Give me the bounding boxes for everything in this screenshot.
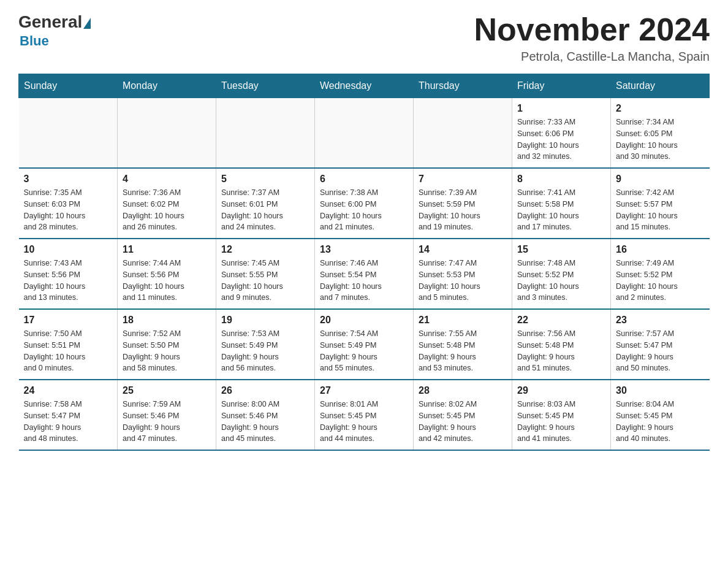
calendar-week-row: 3Sunrise: 7:35 AMSunset: 6:03 PMDaylight… [19,168,710,239]
day-info: Sunrise: 8:04 AMSunset: 5:45 PMDaylight:… [616,399,705,445]
day-number: 12 [221,244,309,255]
day-info: Sunrise: 7:56 AMSunset: 5:48 PMDaylight:… [517,328,605,374]
day-info: Sunrise: 7:33 AMSunset: 6:06 PMDaylight:… [517,117,605,163]
logo-triangle-icon [83,18,91,29]
day-number: 27 [320,385,408,396]
day-number: 6 [320,174,408,185]
day-info: Sunrise: 7:58 AMSunset: 5:47 PMDaylight:… [24,399,113,445]
calendar-cell: 13Sunrise: 7:46 AMSunset: 5:54 PMDayligh… [315,239,414,309]
day-of-week-header: Friday [512,74,611,98]
day-number: 2 [616,103,705,114]
calendar-cell: 9Sunrise: 7:42 AMSunset: 5:57 PMDaylight… [611,168,710,239]
day-info: Sunrise: 7:50 AMSunset: 5:51 PMDaylight:… [24,328,113,374]
day-number: 30 [616,385,705,396]
calendar-cell: 8Sunrise: 7:41 AMSunset: 5:58 PMDaylight… [512,168,611,239]
day-number: 16 [616,244,705,255]
day-info: Sunrise: 7:59 AMSunset: 5:46 PMDaylight:… [123,399,211,445]
day-number: 22 [517,315,605,326]
calendar-cell: 26Sunrise: 8:00 AMSunset: 5:46 PMDayligh… [216,380,315,450]
day-info: Sunrise: 8:00 AMSunset: 5:46 PMDaylight:… [221,399,309,445]
calendar-cell: 27Sunrise: 8:01 AMSunset: 5:45 PMDayligh… [315,380,414,450]
day-number: 5 [221,174,309,185]
day-info: Sunrise: 8:03 AMSunset: 5:45 PMDaylight:… [517,399,605,445]
day-info: Sunrise: 7:41 AMSunset: 5:58 PMDaylight:… [517,187,605,233]
calendar-cell: 30Sunrise: 8:04 AMSunset: 5:45 PMDayligh… [611,380,710,450]
day-info: Sunrise: 7:52 AMSunset: 5:50 PMDaylight:… [123,328,211,374]
day-info: Sunrise: 7:49 AMSunset: 5:52 PMDaylight:… [616,258,705,304]
calendar-cell: 15Sunrise: 7:48 AMSunset: 5:52 PMDayligh… [512,239,611,309]
day-number: 3 [24,174,113,185]
calendar-cell: 22Sunrise: 7:56 AMSunset: 5:48 PMDayligh… [512,309,611,380]
day-info: Sunrise: 8:02 AMSunset: 5:45 PMDaylight:… [419,399,507,445]
calendar-cell: 16Sunrise: 7:49 AMSunset: 5:52 PMDayligh… [611,239,710,309]
day-of-week-header: Thursday [414,74,512,98]
calendar-cell: 14Sunrise: 7:47 AMSunset: 5:53 PMDayligh… [414,239,512,309]
calendar-cell: 11Sunrise: 7:44 AMSunset: 5:56 PMDayligh… [118,239,216,309]
day-number: 4 [123,174,211,185]
calendar-table: SundayMondayTuesdayWednesdayThursdayFrid… [18,74,710,451]
day-info: Sunrise: 7:39 AMSunset: 5:59 PMDaylight:… [419,187,507,233]
day-number: 29 [517,385,605,396]
day-info: Sunrise: 7:34 AMSunset: 6:05 PMDaylight:… [616,117,705,163]
calendar-cell: 5Sunrise: 7:37 AMSunset: 6:01 PMDaylight… [216,168,315,239]
calendar-cell: 29Sunrise: 8:03 AMSunset: 5:45 PMDayligh… [512,380,611,450]
day-number: 20 [320,315,408,326]
calendar-cell: 4Sunrise: 7:36 AMSunset: 6:02 PMDaylight… [118,168,216,239]
day-number: 15 [517,244,605,255]
day-info: Sunrise: 8:01 AMSunset: 5:45 PMDaylight:… [320,399,408,445]
calendar-cell [315,98,414,169]
calendar-cell: 28Sunrise: 8:02 AMSunset: 5:45 PMDayligh… [414,380,512,450]
day-number: 24 [24,385,113,396]
day-info: Sunrise: 7:45 AMSunset: 5:55 PMDaylight:… [221,258,309,304]
day-of-week-header: Monday [118,74,216,98]
title-section: November 2024 Petrola, Castille-La Manch… [474,12,710,64]
day-info: Sunrise: 7:44 AMSunset: 5:56 PMDaylight:… [123,258,211,304]
day-info: Sunrise: 7:53 AMSunset: 5:49 PMDaylight:… [221,328,309,374]
day-number: 7 [419,174,507,185]
day-number: 1 [517,103,605,114]
calendar-cell: 7Sunrise: 7:39 AMSunset: 5:59 PMDaylight… [414,168,512,239]
calendar-week-row: 1Sunrise: 7:33 AMSunset: 6:06 PMDaylight… [19,98,710,169]
day-number: 28 [419,385,507,396]
day-number: 8 [517,174,605,185]
logo: General Blue [18,12,92,49]
day-info: Sunrise: 7:42 AMSunset: 5:57 PMDaylight:… [616,187,705,233]
day-info: Sunrise: 7:54 AMSunset: 5:49 PMDaylight:… [320,328,408,374]
calendar-cell [19,98,118,169]
calendar-cell [216,98,315,169]
calendar-cell [118,98,216,169]
day-number: 19 [221,315,309,326]
calendar-cell: 20Sunrise: 7:54 AMSunset: 5:49 PMDayligh… [315,309,414,380]
day-number: 11 [123,244,211,255]
calendar-cell: 10Sunrise: 7:43 AMSunset: 5:56 PMDayligh… [19,239,118,309]
day-info: Sunrise: 7:57 AMSunset: 5:47 PMDaylight:… [616,328,705,374]
day-info: Sunrise: 7:47 AMSunset: 5:53 PMDaylight:… [419,258,507,304]
calendar-cell: 25Sunrise: 7:59 AMSunset: 5:46 PMDayligh… [118,380,216,450]
day-number: 9 [616,174,705,185]
logo-general-text: General [18,12,82,32]
day-number: 26 [221,385,309,396]
calendar-header-row: SundayMondayTuesdayWednesdayThursdayFrid… [19,74,710,98]
day-of-week-header: Wednesday [315,74,414,98]
day-number: 10 [24,244,113,255]
calendar-week-row: 17Sunrise: 7:50 AMSunset: 5:51 PMDayligh… [19,309,710,380]
day-number: 21 [419,315,507,326]
day-number: 17 [24,315,113,326]
calendar-cell: 2Sunrise: 7:34 AMSunset: 6:05 PMDaylight… [611,98,710,169]
calendar-week-row: 24Sunrise: 7:58 AMSunset: 5:47 PMDayligh… [19,380,710,450]
calendar-cell [414,98,512,169]
calendar-cell: 6Sunrise: 7:38 AMSunset: 6:00 PMDaylight… [315,168,414,239]
day-info: Sunrise: 7:37 AMSunset: 6:01 PMDaylight:… [221,187,309,233]
day-number: 23 [616,315,705,326]
day-number: 18 [123,315,211,326]
day-number: 14 [419,244,507,255]
calendar-cell: 18Sunrise: 7:52 AMSunset: 5:50 PMDayligh… [118,309,216,380]
calendar-cell: 23Sunrise: 7:57 AMSunset: 5:47 PMDayligh… [611,309,710,380]
calendar-cell: 17Sunrise: 7:50 AMSunset: 5:51 PMDayligh… [19,309,118,380]
day-info: Sunrise: 7:43 AMSunset: 5:56 PMDaylight:… [24,258,113,304]
day-of-week-header: Sunday [19,74,118,98]
calendar-cell: 12Sunrise: 7:45 AMSunset: 5:55 PMDayligh… [216,239,315,309]
month-title: November 2024 [474,12,710,47]
day-info: Sunrise: 7:36 AMSunset: 6:02 PMDaylight:… [123,187,211,233]
day-of-week-header: Tuesday [216,74,315,98]
